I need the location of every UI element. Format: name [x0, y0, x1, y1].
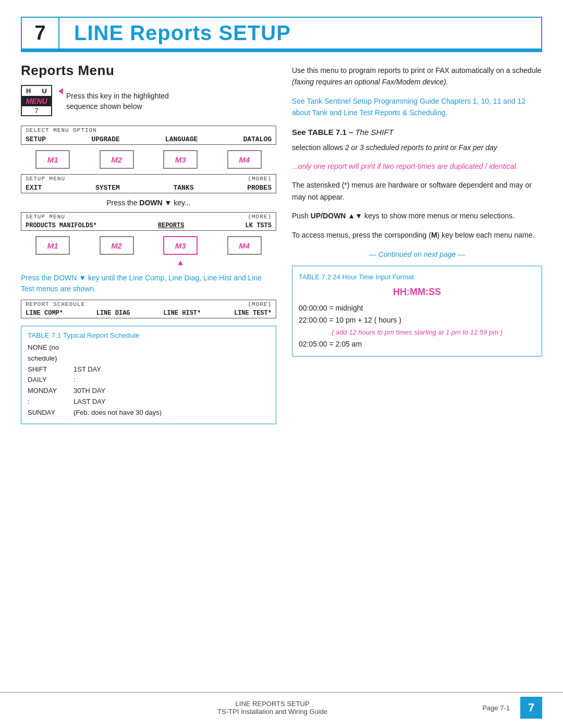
screen-setup-menu-2: SETUP MENU (MORE) PRODUCTS MANIFOLDS* RE… — [21, 212, 276, 231]
table72-row-3: 02:05:00 = 2:05 am — [299, 338, 535, 351]
screen1-opt1: SETUP — [26, 135, 46, 143]
table72-hhmm: HH:MM:SS — [299, 284, 535, 300]
screen2-header: SETUP MENU (MORE) — [21, 175, 276, 183]
screen1-opt4: DATALOG — [243, 135, 272, 143]
s4-opt1: LINE COMP* — [26, 310, 63, 317]
hk-row: H U — [22, 86, 51, 96]
m3-button-2[interactable]: M3 — [163, 236, 198, 255]
footer-line2: TS-TPI Installation and Wiring Guide — [63, 708, 482, 715]
m3-arrow-indicator: ▲ — [21, 258, 276, 267]
down-bold: DOWN ▼ — [139, 199, 172, 207]
table72-row-1: 22:00:00 = 10 pm + 12 ( hours ) — [299, 314, 535, 327]
screen1-opt2: UPGRADE — [91, 135, 120, 143]
footer-chapter-number: 7 — [520, 697, 542, 719]
screen-setup-menu: SETUP MENU (MORE) EXIT SYSTEM TANKS PROB… — [21, 174, 276, 193]
m-buttons-row-1[interactable]: M1 M2 M3 M4 — [21, 150, 276, 169]
table71-col1-3: MONDAY — [28, 386, 69, 397]
screen4-options: LINE COMP* LINE DIAG LINE HIST* LINE TES… — [21, 309, 276, 318]
page-header: 7 LINE Reports SETUP — [21, 17, 542, 50]
table72-red-note: ( add 12 hours to pm times starting at 1… — [299, 327, 535, 338]
table71-row-1: SHIFT 1ST DAY — [28, 364, 270, 375]
table71-row-4: : LAST DAY — [28, 397, 270, 408]
updown-bold: UP/DOWN ▲▼ — [311, 212, 362, 220]
access-note: To access menus, press the corrsponding … — [292, 229, 542, 241]
screen3-opt1: PRODUCTS MANIFOLDS* — [26, 222, 97, 229]
table71-col2-0 — [74, 342, 270, 364]
screen3-opt3: LK TSTS — [246, 222, 272, 229]
left-column: Reports Menu H U MENU 7 Press this key i… — [21, 52, 276, 431]
continued-text: — Continued on next page — — [292, 250, 542, 258]
screen1-header: SELECT MENU OPTION — [21, 126, 276, 134]
asterisk-note: The asterisked (*) menus are hardware or… — [292, 179, 542, 203]
screen-report-schedule: REPORT SCHEDULE (MORE) LINE COMP* LINE D… — [21, 300, 276, 318]
m3-button-1[interactable]: M3 — [163, 150, 198, 169]
page-footer: LINE REPORTS SETUP TS-TPI Installation a… — [0, 692, 563, 719]
screen1-options: SETUP UPGRADE LANGUAGE DATALOG — [21, 134, 276, 144]
table71-section: TABLE 7.1 Typical Report Schedule NONE (… — [21, 326, 276, 424]
table71-col2-4: LAST DAY — [74, 397, 270, 408]
content-wrapper: Reports Menu H U MENU 7 Press this key i… — [21, 52, 542, 431]
menu-key-instruction: Press this key in the highlighted sequen… — [66, 88, 170, 112]
chapter-title: LINE Reports SETUP — [74, 21, 291, 45]
m2-button-2[interactable]: M2 — [100, 236, 134, 255]
table71-title: TABLE 7.1 Typical Report Schedule — [28, 331, 270, 339]
reports-menu-title: Reports Menu — [21, 63, 276, 79]
screen3-opt2-reports: REPORTS — [158, 222, 184, 229]
m1-button-1[interactable]: M1 — [35, 150, 70, 169]
table71-col2-1: 1ST DAY — [74, 364, 270, 375]
screen2-options: EXIT SYSTEM TANKS PROBES — [21, 183, 276, 193]
h-label: H — [26, 87, 31, 95]
menu-key-box: H U MENU 7 — [21, 85, 52, 116]
m1-button-2[interactable]: M1 — [35, 236, 70, 255]
table71-row-2: DAILY : — [28, 375, 270, 386]
arrow-icon — [58, 88, 63, 94]
see-table-italic: The SHIFT — [355, 128, 393, 137]
table72-section: TABLE 7.2 24 Hour Time Input Format HH:M… — [292, 266, 542, 356]
table72-row-0: 00:00:00 = midnight — [299, 302, 535, 315]
screen3-options: PRODUCTS MANIFOLDS* REPORTS LK TSTS — [21, 221, 276, 230]
right-column: Use this menu to program reports to prin… — [292, 52, 542, 431]
table71-col1-4: : — [28, 397, 69, 408]
screen3-header: SETUP MENU (MORE) — [21, 213, 276, 221]
s4-opt4: LINE TEST* — [234, 310, 272, 317]
see-table-italic2: 2 or 3 scheduled reports to print or Fax… — [345, 143, 497, 152]
menu-number: 7 — [22, 106, 51, 115]
cyan-text: See Tank Sentinel Setup Programming Guid… — [292, 95, 542, 119]
menu-key-row: H U MENU 7 Press this key in the highlig… — [21, 85, 276, 116]
table71-subtitle: Typical Report Schedule — [63, 331, 139, 339]
table71-col1-2: DAILY — [28, 375, 69, 386]
table71-row-5: SUNDAY (Feb. does not have 30 days) — [28, 408, 270, 418]
see-table-paragraph: See TABLE 7.1 – The SHIFT — [292, 126, 542, 139]
footer-page: Page 7-1 — [482, 704, 510, 712]
see-table-body: selection allows 2 or 3 scheduled report… — [292, 142, 542, 153]
m-bold: M — [431, 231, 437, 239]
screen2-opt3: TANKS — [173, 184, 193, 192]
screen2-opt2: SYSTEM — [95, 184, 120, 192]
m-buttons-row-2[interactable]: M1 M2 M3 M4 — [21, 236, 276, 255]
table71-col2-3: 30TH DAY — [74, 386, 270, 397]
screen2-opt4: PROBES — [247, 184, 272, 192]
m2-button-1[interactable]: M2 — [100, 150, 134, 169]
updown-note: Push UP/DOWN ▲▼ keys to show more menus … — [292, 210, 542, 221]
chapter-title-box: LINE Reports SETUP — [59, 18, 541, 48]
s4-opt2: LINE DIAG — [96, 310, 130, 317]
chapter-number: 7 — [22, 18, 59, 48]
intro-paragraph: Use this menu to program reports to prin… — [292, 65, 542, 88]
table71-col1-5: SUNDAY — [28, 408, 69, 418]
table71-col2-5: (Feb. does not have 30 days) — [74, 408, 270, 418]
table71-col1-1: SHIFT — [28, 364, 69, 375]
blue-note: Press the DOWN ▼ key until the Line Comp… — [21, 273, 276, 294]
m4-button-1[interactable]: M4 — [227, 150, 262, 169]
down-instruction: Press the DOWN ▼ key... — [21, 199, 276, 207]
footer-line1: LINE REPORTS SETUP — [63, 700, 482, 708]
m4-button-2[interactable]: M4 — [227, 236, 262, 255]
screen2-opt1: EXIT — [26, 184, 42, 192]
screen4-header: REPORT SCHEDULE (MORE) — [21, 300, 276, 309]
table71-row-0: NONE (no schedule) — [28, 342, 270, 364]
table71-body: NONE (no schedule) SHIFT 1ST DAY DAILY :… — [28, 342, 270, 418]
table71-row-3: MONDAY 30TH DAY — [28, 386, 270, 397]
s4-opt3: LINE HIST* — [163, 310, 201, 317]
screen1-opt3: LANGUAGE — [165, 135, 198, 143]
footer-center: LINE REPORTS SETUP TS-TPI Installation a… — [63, 700, 482, 715]
table72-title: TABLE 7.2 24 Hour Time Input Format — [299, 272, 535, 283]
